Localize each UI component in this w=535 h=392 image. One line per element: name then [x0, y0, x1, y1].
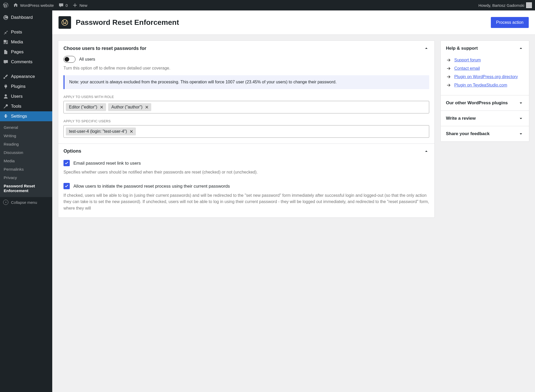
- submenu-permalinks[interactable]: Permalinks: [0, 165, 52, 174]
- arrow-right-icon: [446, 57, 451, 63]
- user-icon: [3, 94, 8, 99]
- submenu-writing[interactable]: Writing: [0, 132, 52, 140]
- collapse-label: Collapse menu: [11, 200, 37, 205]
- sidebar-item-tools[interactable]: Tools: [0, 101, 52, 111]
- submenu-media[interactable]: Media: [0, 157, 52, 165]
- role-token: Author ("author"): [108, 103, 151, 111]
- page-icon: [3, 49, 8, 55]
- panel-title: Our other WordPress plugins: [446, 100, 508, 106]
- options-panel-header[interactable]: Options: [58, 144, 434, 159]
- sidebar-item-label: Comments: [11, 59, 32, 65]
- howdy-text: Howdy, Bartosz Gadomski: [478, 3, 524, 8]
- site-home-link[interactable]: WordPress website: [13, 3, 54, 8]
- contact-email-link[interactable]: Contact email: [454, 66, 480, 71]
- remove-token-icon[interactable]: [99, 105, 104, 109]
- users-token-input[interactable]: test-user-4 (login: "test-user-4"): [63, 125, 429, 138]
- panel-title: Write a review: [446, 116, 476, 121]
- comment-icon: [59, 3, 64, 8]
- comments-count: 0: [66, 3, 68, 8]
- sidebar-item-label: Settings: [11, 114, 27, 119]
- email-reset-label: Email password reset link to users: [73, 160, 141, 167]
- page-header: Password Reset Enforcement Process actio…: [52, 10, 535, 35]
- howdy-link[interactable]: Howdy, Bartosz Gadomski: [478, 2, 532, 8]
- collapse-menu[interactable]: Collapse menu: [0, 197, 52, 207]
- wrench-icon: [3, 104, 8, 109]
- collapse-icon: [3, 200, 8, 205]
- sidebar-item-label: Posts: [11, 30, 22, 35]
- panel-title: Choose users to reset passwords for: [63, 46, 146, 51]
- sidebar-item-plugins[interactable]: Plugins: [0, 82, 52, 91]
- remove-token-icon[interactable]: [129, 129, 134, 134]
- panel-title: Help & support: [446, 46, 478, 51]
- other-plugins-header[interactable]: Our other WordPress plugins: [441, 95, 529, 111]
- arrow-right-icon: [446, 83, 451, 88]
- comment-icon: [3, 59, 8, 65]
- new-link[interactable]: New: [72, 3, 87, 8]
- wp-logo[interactable]: [3, 3, 8, 8]
- sidebar-item-posts[interactable]: Posts: [0, 27, 52, 37]
- role-token: Editor ("editor"): [66, 103, 106, 111]
- help-support-header[interactable]: Help & support: [441, 41, 529, 56]
- submenu-reading[interactable]: Reading: [0, 140, 52, 148]
- user-token: test-user-4 (login: "test-user-4"): [66, 128, 136, 135]
- help-link-row: Plugin on TeydeaStudio.com: [446, 81, 524, 89]
- allow-current-password-desc: If checked, users will be able to log in…: [63, 192, 429, 212]
- site-name: WordPress website: [20, 3, 54, 8]
- comments-link[interactable]: 0: [59, 3, 68, 8]
- token-label: Editor ("editor"): [69, 105, 97, 109]
- remove-token-icon[interactable]: [144, 105, 149, 109]
- roles-token-input[interactable]: Editor ("editor") Author ("author"): [63, 101, 429, 113]
- sidebar-item-label: Users: [11, 94, 22, 99]
- write-review-header[interactable]: Write a review: [441, 111, 529, 126]
- sidebar-item-pages[interactable]: Pages: [0, 47, 52, 57]
- home-icon: [13, 3, 18, 8]
- support-forum-link[interactable]: Support forum: [454, 58, 481, 62]
- admin-sidebar: Dashboard Posts Media Pages Comments App…: [0, 10, 52, 392]
- notice-box: Note: your account is always excluded fr…: [63, 75, 429, 89]
- email-reset-checkbox[interactable]: [63, 160, 70, 166]
- sidebar-item-users[interactable]: Users: [0, 91, 52, 101]
- chevron-up-icon: [423, 148, 429, 154]
- submenu-privacy[interactable]: Privacy: [0, 174, 52, 182]
- sidebar-item-comments[interactable]: Comments: [0, 57, 52, 67]
- choose-users-panel-header[interactable]: Choose users to reset passwords for: [58, 41, 434, 56]
- brush-icon: [3, 74, 8, 79]
- sidebar-item-label: Plugins: [11, 84, 26, 89]
- dashboard-icon: [3, 15, 8, 20]
- allow-current-password-checkbox[interactable]: [63, 183, 70, 189]
- media-icon: [3, 39, 8, 45]
- sidebar-item-appearance[interactable]: Appearance: [0, 72, 52, 82]
- all-users-help: Turn this option off to define more deta…: [63, 66, 429, 71]
- admin-bar: WordPress website 0 New Howdy, Bartosz G…: [0, 0, 535, 10]
- plugin-icon: [59, 16, 71, 29]
- users-section-label: Apply to specific users: [63, 119, 429, 123]
- content-area: Password Reset Enforcement Process actio…: [52, 10, 535, 392]
- sidebar-item-dashboard[interactable]: Dashboard: [0, 13, 52, 22]
- arrow-right-icon: [446, 74, 451, 79]
- all-users-label: All users: [79, 57, 95, 62]
- sidebar-item-media[interactable]: Media: [0, 37, 52, 47]
- submenu-password-reset-enforcement[interactable]: Password Reset Enforcement: [0, 182, 52, 195]
- wporg-directory-link[interactable]: Plugin on WordPress.org directory: [454, 74, 518, 79]
- help-link-row: Contact email: [446, 64, 524, 73]
- avatar: [526, 2, 532, 8]
- token-label: test-user-4 (login: "test-user-4"): [69, 129, 127, 134]
- panel-title: Options: [63, 148, 81, 154]
- help-link-row: Support forum: [446, 56, 524, 64]
- sidebar-item-settings[interactable]: Settings: [0, 111, 52, 121]
- process-action-button[interactable]: Process action: [491, 17, 529, 28]
- settings-icon: [3, 114, 8, 119]
- share-feedback-header[interactable]: Share your feedback: [441, 126, 529, 141]
- plus-icon: [72, 3, 78, 8]
- page-title: Password Reset Enforcement: [76, 18, 179, 27]
- allow-current-password-label: Allow users to initiate the password res…: [73, 183, 230, 190]
- chevron-up-icon: [423, 45, 429, 51]
- submenu-general[interactable]: General: [0, 123, 52, 132]
- teydeastudio-link[interactable]: Plugin on TeydeaStudio.com: [454, 83, 507, 88]
- all-users-toggle[interactable]: [63, 56, 75, 63]
- arrow-right-icon: [446, 66, 451, 71]
- sidebar-item-label: Tools: [11, 104, 21, 109]
- email-reset-desc: Specifies whether users should be notifi…: [63, 169, 429, 176]
- submenu-discussion[interactable]: Discussion: [0, 148, 52, 157]
- plug-icon: [3, 84, 8, 89]
